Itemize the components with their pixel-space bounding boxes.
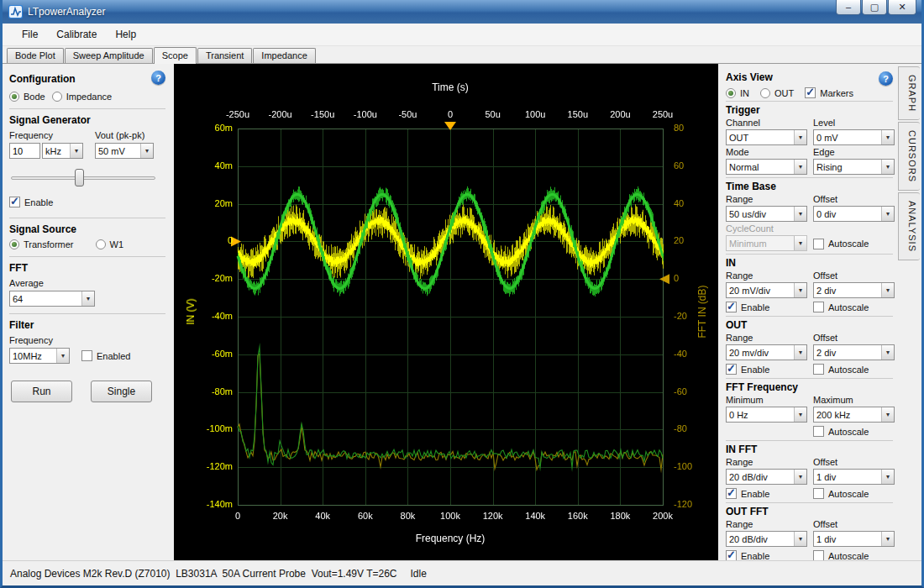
tab-impedance[interactable]: Impedance bbox=[253, 48, 315, 63]
in-range-label: Range bbox=[726, 270, 807, 281]
side-tab-graph[interactable]: GRAPH bbox=[898, 66, 920, 120]
frequency-unit-select[interactable]: kHz ▾ bbox=[42, 143, 83, 159]
checkbox-icon bbox=[813, 550, 824, 560]
trigger-channel-select[interactable]: OUT ▾ bbox=[726, 129, 807, 145]
in-fft-range-select[interactable]: 20 dB/div ▾ bbox=[726, 469, 807, 485]
time-base-section: Time Base Range Offset 50 us/div ▾ 0 div… bbox=[726, 177, 893, 251]
trigger-level-label: Level bbox=[813, 118, 895, 128]
filter-frequency-select[interactable]: 10MHz ▾ bbox=[9, 348, 70, 364]
out-autoscale-checkbox[interactable]: Autoscale bbox=[813, 362, 895, 375]
axis-view-in-radio[interactable]: IN bbox=[726, 88, 749, 98]
fft-frequency-title: FFT Frequency bbox=[726, 381, 893, 393]
fft-minimum-select[interactable]: 0 Hz ▾ bbox=[726, 407, 807, 423]
status-device-info: Analog Devices M2k Rev.D (Z7010) LB3031A… bbox=[10, 568, 397, 580]
in-fft-range-label: Range bbox=[726, 457, 807, 467]
markers-checkbox[interactable]: Markers bbox=[805, 87, 853, 98]
out-fft-enable-checkbox[interactable]: Enable bbox=[726, 549, 807, 560]
in-fft-autoscale-checkbox[interactable]: Autoscale bbox=[813, 486, 895, 500]
out-range-select[interactable]: 20 mv/div ▾ bbox=[726, 344, 807, 360]
status-state: Idle bbox=[411, 568, 427, 580]
time-base-title: Time Base bbox=[726, 181, 893, 192]
trigger-mode-label: Mode bbox=[726, 147, 807, 157]
menu-help[interactable]: Help bbox=[106, 25, 145, 44]
axis-view-out-radio[interactable]: OUT bbox=[760, 88, 794, 98]
help-icon[interactable]: ? bbox=[879, 71, 893, 86]
w1-radio[interactable]: W1 bbox=[96, 239, 124, 249]
in-offset-select[interactable]: 2 div ▾ bbox=[813, 282, 895, 298]
out-offset-label: Offset bbox=[813, 333, 895, 343]
transformer-radio[interactable]: Transformer bbox=[9, 239, 74, 249]
run-button[interactable]: Run bbox=[11, 381, 72, 402]
filter-enabled-checkbox[interactable]: Enabled bbox=[81, 350, 130, 361]
vout-select[interactable]: 50 mV ▾ bbox=[95, 143, 154, 159]
fft-frequency-autoscale-checkbox[interactable]: Autoscale bbox=[813, 424, 895, 438]
minimize-button[interactable]: – bbox=[836, 0, 861, 15]
time-base-range-label: Range bbox=[726, 194, 807, 204]
side-tab-cursors[interactable]: CURSORS bbox=[898, 122, 920, 191]
in-fft-offset-select[interactable]: 1 div ▾ bbox=[813, 469, 895, 485]
frequency-label: Frequency bbox=[9, 130, 90, 140]
out-fft-offset-select[interactable]: 1 div ▾ bbox=[813, 531, 895, 547]
checkbox-icon bbox=[726, 488, 737, 499]
tab-sweep-amplitude[interactable]: Sweep Amplitude bbox=[65, 48, 153, 63]
out-range-label: Range bbox=[726, 333, 807, 343]
close-button[interactable]: ✕ bbox=[888, 0, 916, 15]
time-base-range-select[interactable]: 50 us/div ▾ bbox=[726, 206, 807, 222]
out-fft-autoscale-checkbox[interactable]: Autoscale bbox=[813, 549, 895, 560]
out-offset-select[interactable]: 2 div ▾ bbox=[813, 344, 895, 360]
tab-transient[interactable]: Transient bbox=[197, 48, 252, 63]
impedance-radio[interactable]: Impedance bbox=[52, 92, 112, 102]
checkbox-icon bbox=[813, 239, 824, 249]
time-axis-label: Time (s) bbox=[432, 81, 469, 93]
side-tab-analysis[interactable]: ANALYSIS bbox=[898, 192, 920, 260]
checkbox-icon bbox=[726, 550, 737, 560]
trigger-section: Trigger Channel Level OUT ▾ 0 mV ▾ Mode … bbox=[726, 101, 893, 175]
out-fft-range-select[interactable]: 20 dB/div ▾ bbox=[726, 531, 807, 547]
chevron-down-icon: ▾ bbox=[794, 130, 806, 144]
trigger-level-select[interactable]: 0 mV ▾ bbox=[813, 129, 895, 145]
slider-thumb[interactable] bbox=[75, 169, 84, 186]
checkbox-icon bbox=[813, 488, 824, 499]
time-base-autoscale-checkbox[interactable]: Autoscale bbox=[813, 237, 895, 250]
chevron-down-icon: ▾ bbox=[794, 283, 806, 297]
chevron-down-icon: ▾ bbox=[70, 144, 82, 158]
tab-strip: Bode Plot Sweep Amplitude Scope Transien… bbox=[3, 46, 921, 64]
scope-canvas[interactable] bbox=[174, 64, 718, 560]
amplitude-slider[interactable] bbox=[11, 169, 155, 187]
in-range-select[interactable]: 20 mV/div ▾ bbox=[726, 282, 807, 298]
chevron-down-icon: ▾ bbox=[81, 291, 94, 306]
menu-file[interactable]: File bbox=[13, 25, 47, 44]
configuration-title: Configuration bbox=[9, 73, 76, 85]
filter-title: Filter bbox=[9, 319, 165, 331]
time-base-offset-select[interactable]: 0 div ▾ bbox=[813, 206, 895, 222]
app-window: LTpowerAnalyzer – ▢ ✕ File Calibrate Hel… bbox=[0, 0, 924, 588]
fft-average-label: Average bbox=[9, 278, 165, 288]
help-icon[interactable]: ? bbox=[151, 71, 165, 85]
in-fft-offset-label: Offset bbox=[813, 457, 895, 467]
in-autoscale-checkbox[interactable]: Autoscale bbox=[813, 300, 895, 313]
single-button[interactable]: Single bbox=[91, 381, 152, 402]
fft-average-select[interactable]: 64 ▾ bbox=[9, 291, 95, 307]
signal-generator-enable-checkbox[interactable]: Enable bbox=[9, 197, 53, 207]
trigger-edge-select[interactable]: Rising ▾ bbox=[813, 159, 895, 175]
menu-calibrate[interactable]: Calibrate bbox=[47, 25, 106, 44]
bode-radio[interactable]: Bode bbox=[9, 92, 45, 102]
maximize-button[interactable]: ▢ bbox=[862, 0, 887, 15]
frequency-input[interactable] bbox=[9, 143, 40, 159]
in-enable-checkbox[interactable]: Enable bbox=[726, 300, 807, 313]
out-title: OUT bbox=[726, 319, 893, 331]
tab-scope[interactable]: Scope bbox=[154, 47, 197, 64]
in-fft-enable-checkbox[interactable]: Enable bbox=[726, 486, 807, 500]
checkbox-icon bbox=[726, 364, 737, 375]
tab-bode-plot[interactable]: Bode Plot bbox=[7, 48, 64, 63]
checkbox-icon bbox=[813, 302, 824, 312]
trigger-mode-select[interactable]: Normal ▾ bbox=[726, 159, 807, 175]
out-enable-checkbox[interactable]: Enable bbox=[726, 362, 807, 375]
chevron-down-icon: ▾ bbox=[881, 207, 894, 221]
in-axis-label: IN (V) bbox=[185, 298, 197, 324]
chevron-down-icon: ▾ bbox=[794, 345, 806, 360]
fft-maximum-select[interactable]: 200 kHz ▾ bbox=[813, 407, 895, 423]
in-section: IN Range Offset 20 mV/div ▾ 2 div ▾ Enab… bbox=[726, 254, 893, 313]
chevron-down-icon: ▾ bbox=[881, 407, 894, 422]
chevron-down-icon: ▾ bbox=[56, 349, 69, 363]
